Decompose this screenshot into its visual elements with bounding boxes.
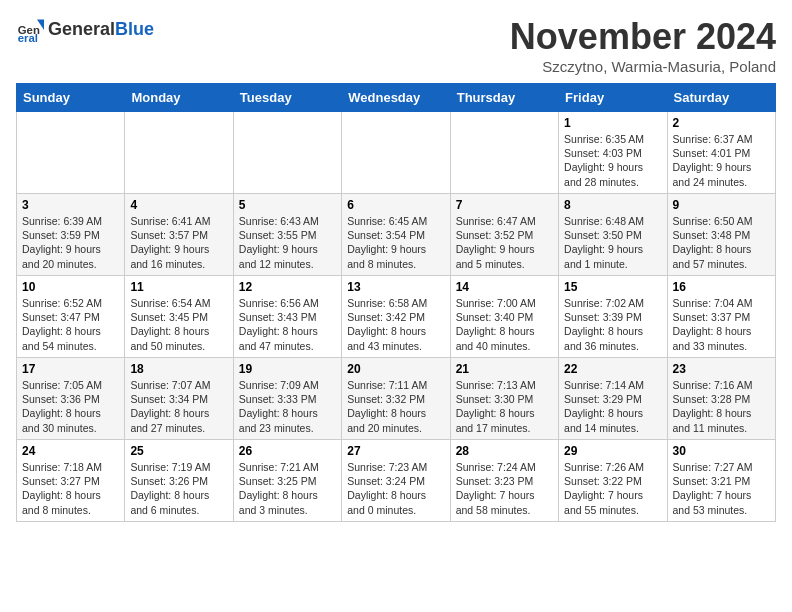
day-info: Sunrise: 6:50 AM Sunset: 3:48 PM Dayligh…: [673, 214, 770, 271]
day-info: Sunrise: 7:24 AM Sunset: 3:23 PM Dayligh…: [456, 460, 553, 517]
month-title: November 2024: [510, 16, 776, 58]
weekday-header: Monday: [125, 84, 233, 112]
calendar-cell: 19Sunrise: 7:09 AM Sunset: 3:33 PM Dayli…: [233, 358, 341, 440]
day-info: Sunrise: 7:07 AM Sunset: 3:34 PM Dayligh…: [130, 378, 227, 435]
logo-general-text: General: [48, 19, 115, 39]
calendar-cell: 14Sunrise: 7:00 AM Sunset: 3:40 PM Dayli…: [450, 276, 558, 358]
day-number: 2: [673, 116, 770, 130]
day-info: Sunrise: 6:41 AM Sunset: 3:57 PM Dayligh…: [130, 214, 227, 271]
title-block: November 2024 Szczytno, Warmia-Masuria, …: [510, 16, 776, 75]
calendar-cell: [342, 112, 450, 194]
day-number: 27: [347, 444, 444, 458]
day-info: Sunrise: 7:05 AM Sunset: 3:36 PM Dayligh…: [22, 378, 119, 435]
day-number: 10: [22, 280, 119, 294]
calendar-cell: 12Sunrise: 6:56 AM Sunset: 3:43 PM Dayli…: [233, 276, 341, 358]
calendar-cell: 16Sunrise: 7:04 AM Sunset: 3:37 PM Dayli…: [667, 276, 775, 358]
day-number: 3: [22, 198, 119, 212]
calendar-cell: 18Sunrise: 7:07 AM Sunset: 3:34 PM Dayli…: [125, 358, 233, 440]
calendar-cell: 8Sunrise: 6:48 AM Sunset: 3:50 PM Daylig…: [559, 194, 667, 276]
calendar-cell: 1Sunrise: 6:35 AM Sunset: 4:03 PM Daylig…: [559, 112, 667, 194]
day-info: Sunrise: 6:37 AM Sunset: 4:01 PM Dayligh…: [673, 132, 770, 189]
day-info: Sunrise: 7:09 AM Sunset: 3:33 PM Dayligh…: [239, 378, 336, 435]
calendar-cell: 15Sunrise: 7:02 AM Sunset: 3:39 PM Dayli…: [559, 276, 667, 358]
day-info: Sunrise: 7:00 AM Sunset: 3:40 PM Dayligh…: [456, 296, 553, 353]
weekday-header: Wednesday: [342, 84, 450, 112]
location-subtitle: Szczytno, Warmia-Masuria, Poland: [510, 58, 776, 75]
day-info: Sunrise: 6:39 AM Sunset: 3:59 PM Dayligh…: [22, 214, 119, 271]
day-number: 20: [347, 362, 444, 376]
day-info: Sunrise: 6:35 AM Sunset: 4:03 PM Dayligh…: [564, 132, 661, 189]
svg-text:eral: eral: [18, 32, 38, 44]
day-number: 22: [564, 362, 661, 376]
day-number: 23: [673, 362, 770, 376]
calendar-cell: 26Sunrise: 7:21 AM Sunset: 3:25 PM Dayli…: [233, 440, 341, 522]
weekday-header: Saturday: [667, 84, 775, 112]
weekday-header: Sunday: [17, 84, 125, 112]
calendar-cell: 25Sunrise: 7:19 AM Sunset: 3:26 PM Dayli…: [125, 440, 233, 522]
day-number: 30: [673, 444, 770, 458]
day-number: 16: [673, 280, 770, 294]
calendar-cell: 22Sunrise: 7:14 AM Sunset: 3:29 PM Dayli…: [559, 358, 667, 440]
calendar-cell: 27Sunrise: 7:23 AM Sunset: 3:24 PM Dayli…: [342, 440, 450, 522]
day-info: Sunrise: 7:23 AM Sunset: 3:24 PM Dayligh…: [347, 460, 444, 517]
day-info: Sunrise: 7:18 AM Sunset: 3:27 PM Dayligh…: [22, 460, 119, 517]
day-number: 13: [347, 280, 444, 294]
calendar-cell: 29Sunrise: 7:26 AM Sunset: 3:22 PM Dayli…: [559, 440, 667, 522]
calendar-cell: 28Sunrise: 7:24 AM Sunset: 3:23 PM Dayli…: [450, 440, 558, 522]
day-info: Sunrise: 7:26 AM Sunset: 3:22 PM Dayligh…: [564, 460, 661, 517]
day-info: Sunrise: 6:47 AM Sunset: 3:52 PM Dayligh…: [456, 214, 553, 271]
day-number: 12: [239, 280, 336, 294]
calendar-week-row: 1Sunrise: 6:35 AM Sunset: 4:03 PM Daylig…: [17, 112, 776, 194]
weekday-header: Thursday: [450, 84, 558, 112]
calendar-cell: 23Sunrise: 7:16 AM Sunset: 3:28 PM Dayli…: [667, 358, 775, 440]
day-number: 14: [456, 280, 553, 294]
logo-icon: Gen eral: [16, 16, 44, 44]
day-info: Sunrise: 7:27 AM Sunset: 3:21 PM Dayligh…: [673, 460, 770, 517]
day-number: 1: [564, 116, 661, 130]
calendar-cell: 21Sunrise: 7:13 AM Sunset: 3:30 PM Dayli…: [450, 358, 558, 440]
calendar-cell: 7Sunrise: 6:47 AM Sunset: 3:52 PM Daylig…: [450, 194, 558, 276]
calendar-cell: 3Sunrise: 6:39 AM Sunset: 3:59 PM Daylig…: [17, 194, 125, 276]
day-info: Sunrise: 6:54 AM Sunset: 3:45 PM Dayligh…: [130, 296, 227, 353]
day-info: Sunrise: 7:16 AM Sunset: 3:28 PM Dayligh…: [673, 378, 770, 435]
calendar-week-row: 3Sunrise: 6:39 AM Sunset: 3:59 PM Daylig…: [17, 194, 776, 276]
calendar-table: SundayMondayTuesdayWednesdayThursdayFrid…: [16, 83, 776, 522]
calendar-cell: 24Sunrise: 7:18 AM Sunset: 3:27 PM Dayli…: [17, 440, 125, 522]
day-number: 7: [456, 198, 553, 212]
day-number: 29: [564, 444, 661, 458]
day-number: 25: [130, 444, 227, 458]
day-number: 17: [22, 362, 119, 376]
calendar-cell: 9Sunrise: 6:50 AM Sunset: 3:48 PM Daylig…: [667, 194, 775, 276]
day-info: Sunrise: 6:56 AM Sunset: 3:43 PM Dayligh…: [239, 296, 336, 353]
logo: Gen eral GeneralBlue: [16, 16, 154, 44]
day-number: 21: [456, 362, 553, 376]
day-number: 8: [564, 198, 661, 212]
day-number: 5: [239, 198, 336, 212]
calendar-cell: 11Sunrise: 6:54 AM Sunset: 3:45 PM Dayli…: [125, 276, 233, 358]
day-info: Sunrise: 6:52 AM Sunset: 3:47 PM Dayligh…: [22, 296, 119, 353]
calendar-cell: 17Sunrise: 7:05 AM Sunset: 3:36 PM Dayli…: [17, 358, 125, 440]
page-header: Gen eral GeneralBlue November 2024 Szczy…: [16, 16, 776, 75]
calendar-cell: 2Sunrise: 6:37 AM Sunset: 4:01 PM Daylig…: [667, 112, 775, 194]
calendar-cell: 6Sunrise: 6:45 AM Sunset: 3:54 PM Daylig…: [342, 194, 450, 276]
day-number: 11: [130, 280, 227, 294]
day-info: Sunrise: 7:04 AM Sunset: 3:37 PM Dayligh…: [673, 296, 770, 353]
day-number: 4: [130, 198, 227, 212]
day-number: 9: [673, 198, 770, 212]
calendar-cell: [17, 112, 125, 194]
calendar-cell: [233, 112, 341, 194]
logo-blue-text: Blue: [115, 19, 154, 39]
day-info: Sunrise: 6:43 AM Sunset: 3:55 PM Dayligh…: [239, 214, 336, 271]
day-info: Sunrise: 6:48 AM Sunset: 3:50 PM Dayligh…: [564, 214, 661, 271]
weekday-header: Friday: [559, 84, 667, 112]
calendar-week-row: 17Sunrise: 7:05 AM Sunset: 3:36 PM Dayli…: [17, 358, 776, 440]
day-number: 19: [239, 362, 336, 376]
calendar-week-row: 10Sunrise: 6:52 AM Sunset: 3:47 PM Dayli…: [17, 276, 776, 358]
day-number: 28: [456, 444, 553, 458]
day-number: 24: [22, 444, 119, 458]
day-number: 26: [239, 444, 336, 458]
calendar-cell: [450, 112, 558, 194]
day-info: Sunrise: 6:45 AM Sunset: 3:54 PM Dayligh…: [347, 214, 444, 271]
day-info: Sunrise: 7:02 AM Sunset: 3:39 PM Dayligh…: [564, 296, 661, 353]
weekday-header: Tuesday: [233, 84, 341, 112]
